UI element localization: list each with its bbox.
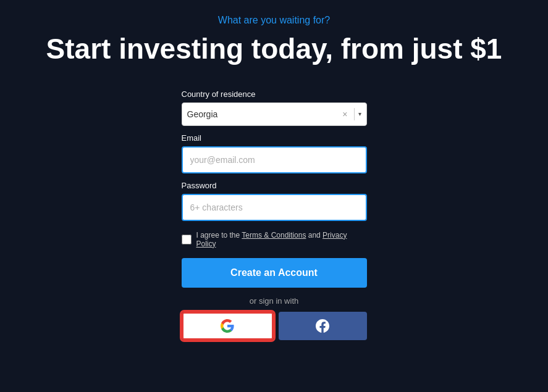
- password-input[interactable]: [182, 194, 367, 221]
- terms-link[interactable]: Terms & Conditions: [242, 231, 306, 240]
- facebook-icon: [316, 319, 329, 333]
- or-sign-in-text: or sign in with: [182, 296, 367, 306]
- country-group: Country of residence Georgia × ▾: [182, 90, 367, 126]
- country-label: Country of residence: [182, 90, 367, 99]
- create-account-button[interactable]: Create an Account: [182, 258, 367, 288]
- country-select-value: Georgia: [187, 109, 343, 119]
- terms-label: I agree to the Terms & Conditions and Pr…: [196, 231, 367, 248]
- password-label: Password: [182, 181, 367, 190]
- terms-row: I agree to the Terms & Conditions and Pr…: [182, 231, 367, 248]
- tagline: What are you waiting for?: [0, 15, 548, 26]
- main-title: Start investing today, from just $1: [0, 33, 548, 65]
- terms-checkbox[interactable]: [182, 235, 192, 244]
- facebook-signin-button[interactable]: [279, 312, 367, 340]
- email-input[interactable]: [182, 146, 367, 173]
- google-signin-button[interactable]: [182, 312, 274, 340]
- google-icon: [220, 319, 235, 333]
- header-section: What are you waiting for? Start investin…: [0, 0, 548, 71]
- country-clear-icon[interactable]: ×: [342, 109, 347, 119]
- form-section: Country of residence Georgia × ▾ Email P…: [182, 90, 367, 340]
- password-group: Password: [182, 181, 367, 221]
- social-buttons: [182, 312, 367, 340]
- email-label: Email: [182, 133, 367, 143]
- country-select[interactable]: Georgia × ▾: [182, 102, 367, 126]
- country-divider: [354, 108, 355, 120]
- chevron-down-icon[interactable]: ▾: [358, 111, 361, 117]
- email-group: Email: [182, 133, 367, 173]
